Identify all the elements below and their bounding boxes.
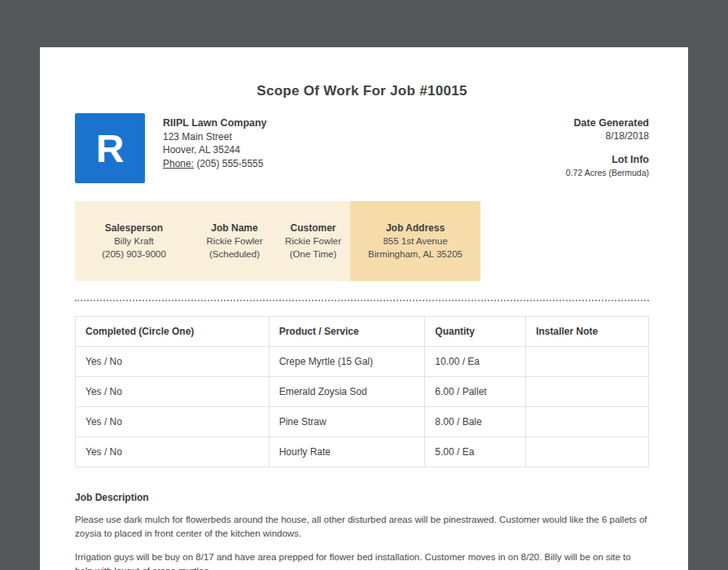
product-cell: Crepe Myrtle (15 Gal) — [269, 347, 425, 377]
summary-job-name: Job Name Rickie Fowler (Scheduled) — [193, 201, 276, 281]
summary-job-address: Job Address 855 1st Avenue Birmingham, A… — [350, 201, 480, 281]
summary-customer: Customer Rickie Fowler (One Time) — [276, 201, 350, 281]
summary-line: 855 1st Avenue — [350, 235, 480, 248]
summary-line: Billy Kraft — [75, 235, 193, 248]
table-row: Yes / No Emerald Zoysia Sod 6.00 / Palle… — [76, 377, 649, 407]
phone-label: Phone: — [163, 158, 194, 169]
product-cell: Emerald Zoysia Sod — [269, 377, 425, 407]
summary-line: (One Time) — [276, 248, 350, 261]
summary-line: (205) 903-9000 — [75, 248, 193, 261]
installer-note-cell — [526, 377, 649, 407]
job-description-section: Job Description Please use dark mulch fo… — [75, 492, 649, 570]
product-cell: Pine Straw — [269, 407, 425, 437]
completed-cell: Yes / No — [76, 407, 270, 437]
document-page: Scope Of Work For Job #10015 R RIIPL Law… — [40, 47, 688, 570]
summary-line: Rickie Fowler — [276, 235, 350, 248]
lot-info-value: 0.72 Acres (Bermuda) — [566, 166, 649, 179]
company-logo: R — [75, 113, 145, 183]
completed-cell: Yes / No — [76, 377, 270, 407]
page-title: Scope Of Work For Job #10015 — [75, 83, 649, 99]
table-row: Yes / No Hourly Rate 5.00 / Ea — [76, 437, 649, 467]
table-row: Yes / No Crepe Myrtle (15 Gal) 10.00 / E… — [76, 347, 649, 377]
lot-info-label: Lot Info — [566, 153, 649, 166]
table-row: Yes / No Pine Straw 8.00 / Bale — [76, 407, 649, 437]
dotted-divider — [75, 300, 649, 301]
document-meta: Date Generated 8/18/2018 Lot Info 0.72 A… — [566, 113, 649, 183]
quantity-cell: 5.00 / Ea — [425, 437, 526, 467]
header-installer-note: Installer Note — [526, 317, 649, 347]
job-summary-band: Salesperson Billy Kraft (205) 903-9000 J… — [75, 201, 480, 281]
header-product-service: Product / Service — [269, 317, 425, 347]
summary-line: Birmingham, AL 35205 — [350, 248, 480, 261]
job-description-heading: Job Description — [75, 492, 649, 503]
date-generated-value: 8/18/2018 — [566, 129, 649, 142]
job-description-paragraph: Irrigation guys will be buy on 8/17 and … — [75, 550, 649, 570]
summary-label: Customer — [276, 221, 350, 235]
company-name: RIIPL Lawn Company — [163, 116, 267, 130]
table-header-row: Completed (Circle One) Product / Service… — [76, 317, 649, 347]
installer-note-cell — [526, 407, 649, 437]
company-address-line2: Hoover, AL 35244 — [163, 143, 267, 157]
phone-value: (205) 555-5555 — [196, 158, 263, 169]
company-address-line1: 123 Main Street — [163, 130, 267, 144]
header-completed: Completed (Circle One) — [76, 317, 270, 347]
summary-line: (Scheduled) — [193, 248, 276, 261]
quantity-cell: 6.00 / Pallet — [425, 377, 526, 407]
summary-line: Rickie Fowler — [193, 235, 276, 248]
quantity-cell: 8.00 / Bale — [425, 407, 526, 437]
company-phone: Phone: (205) 555-5555 — [163, 157, 267, 171]
summary-label: Job Name — [193, 221, 276, 235]
installer-note-cell — [526, 437, 649, 467]
logo-letter: R — [96, 126, 125, 171]
quantity-cell: 10.00 / Ea — [425, 347, 526, 377]
header-quantity: Quantity — [425, 317, 526, 347]
document-header: R RIIPL Lawn Company 123 Main Street Hoo… — [75, 113, 649, 183]
summary-label: Job Address — [350, 221, 480, 235]
product-cell: Hourly Rate — [269, 437, 425, 467]
job-description-paragraph: Please use dark mulch for flowerbeds aro… — [75, 513, 649, 541]
completed-cell: Yes / No — [76, 347, 270, 377]
work-items-table: Completed (Circle One) Product / Service… — [75, 316, 649, 467]
completed-cell: Yes / No — [76, 437, 270, 467]
date-generated-label: Date Generated — [566, 116, 649, 129]
summary-label: Salesperson — [75, 221, 193, 235]
summary-salesperson: Salesperson Billy Kraft (205) 903-9000 — [75, 201, 193, 281]
company-info: RIIPL Lawn Company 123 Main Street Hoove… — [163, 113, 267, 183]
installer-note-cell — [526, 347, 649, 377]
